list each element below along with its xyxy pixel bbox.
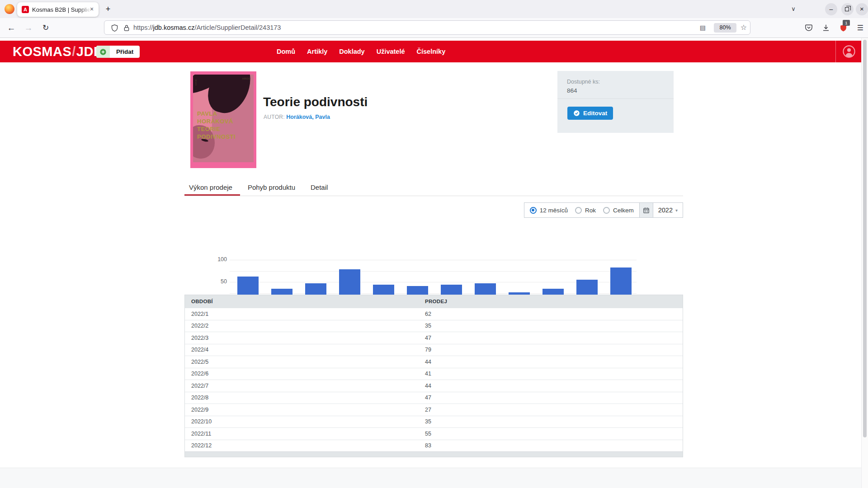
tab-title: Kosmas B2B | SupplierDe xyxy=(32,6,91,14)
browser-window: A Kosmas B2B | SupplierDe × + ∨ – × ← → … xyxy=(0,0,868,488)
tracking-shield-icon[interactable] xyxy=(111,24,118,32)
main-nav: DomůArtiklyDokladyUživateléČíselníky xyxy=(277,41,445,62)
column-header-obdobi: OBDOBÍ xyxy=(185,299,425,304)
cell-sales: 44 xyxy=(425,359,431,365)
cell-sales: 47 xyxy=(425,335,431,341)
table-row: 2022/479 xyxy=(185,344,683,356)
radio-label: Rok xyxy=(585,207,596,214)
radio-circle-icon xyxy=(603,207,610,214)
table-body: 2022/1622022/2352022/3472022/4792022/544… xyxy=(185,308,683,451)
zoom-level-badge[interactable]: 80% xyxy=(714,23,736,33)
table-header: OBDOBÍPRODEJ xyxy=(185,295,683,308)
sales-table: OBDOBÍPRODEJ 2022/1622022/2352022/347202… xyxy=(184,295,683,457)
ublock-extension-icon[interactable]: 1 xyxy=(837,22,849,34)
table-row: 2022/744 xyxy=(185,380,683,392)
table-row: 2022/1035 xyxy=(185,416,683,428)
tab-close-icon[interactable]: × xyxy=(88,5,96,14)
caret-down-icon: ▾ xyxy=(675,208,678,213)
lock-icon[interactable] xyxy=(123,24,130,32)
window-minimize-button[interactable]: – xyxy=(825,3,837,15)
scrollbar-thumb[interactable] xyxy=(863,40,867,437)
cell-sales: 47 xyxy=(425,394,431,401)
cover-spine-text: román xyxy=(194,79,197,85)
table-row: 2022/641 xyxy=(185,368,683,380)
card-divider xyxy=(557,99,674,99)
window-close-button[interactable]: × xyxy=(856,3,868,15)
table-row: 2022/1155 xyxy=(185,427,683,440)
radio-circle-icon xyxy=(530,207,537,214)
add-button-label: Přidat xyxy=(110,46,140,58)
radio-celkem[interactable]: Celkem xyxy=(603,207,634,214)
plus-circle-icon xyxy=(96,46,110,58)
firefox-view-icon[interactable] xyxy=(5,4,14,14)
cell-period: 2022/4 xyxy=(185,347,425,353)
user-account-icon[interactable] xyxy=(843,45,855,58)
book-cover-image: román ARGO PAVLA HORÁKOVÁ TEORIE PODIVNO… xyxy=(190,71,256,168)
list-tabs-icon[interactable]: ∨ xyxy=(788,4,799,15)
year-select[interactable]: 2022 ▾ xyxy=(653,203,683,217)
tab-detail[interactable]: Detail xyxy=(303,179,335,196)
forward-button[interactable]: → xyxy=(23,22,34,34)
url-text: https://jdb.kosmas.cz/Article/SupplierDe… xyxy=(133,24,281,31)
tab-pohyb-produktu[interactable]: Pohyb produktu xyxy=(240,179,303,196)
nav-item-uzivatele[interactable]: Uživatelé xyxy=(377,48,405,55)
cell-sales: 62 xyxy=(425,311,431,317)
cell-sales: 41 xyxy=(425,371,431,377)
cell-sales: 83 xyxy=(425,442,431,449)
downloads-icon[interactable] xyxy=(820,22,832,34)
year-value: 2022 xyxy=(658,206,673,214)
available-value: 864 xyxy=(567,87,577,94)
page-footer xyxy=(0,468,861,488)
menu-hamburger-icon[interactable]: ☰ xyxy=(854,22,866,34)
table-row: 2022/847 xyxy=(185,392,683,404)
window-maximize-button[interactable] xyxy=(841,3,854,15)
nav-item-artikly[interactable]: Artikly xyxy=(307,48,327,55)
reload-button[interactable]: ↻ xyxy=(40,22,52,34)
table-row: 2022/1283 xyxy=(185,440,683,452)
calendar-button[interactable] xyxy=(639,203,653,217)
nav-item-doklady[interactable]: Doklady xyxy=(339,48,364,55)
check-circle-icon xyxy=(573,110,580,117)
back-button[interactable]: ← xyxy=(5,22,17,34)
new-tab-button[interactable]: + xyxy=(102,4,114,15)
content-container: román ARGO PAVLA HORÁKOVÁ TEORIE PODIVNO… xyxy=(184,62,683,488)
edit-button[interactable]: Editovat xyxy=(567,107,613,120)
y-axis-label: 50 xyxy=(207,278,227,285)
tab-vykon-prodeje[interactable]: Výkon prodeje xyxy=(184,179,240,196)
browser-tab[interactable]: A Kosmas B2B | SupplierDe × xyxy=(17,2,99,17)
cell-sales: 35 xyxy=(425,323,431,329)
site-header: KOSMAS/JDB Přidat DomůArtiklyDokladyUživ… xyxy=(0,41,861,62)
reader-mode-icon[interactable]: ▤ xyxy=(700,24,706,31)
period-filter-bar: 12 měsícůRokCelkem 2022 ▾ xyxy=(524,202,683,218)
add-button[interactable]: Přidat xyxy=(96,46,140,58)
cell-sales: 55 xyxy=(425,431,431,437)
cell-sales: 44 xyxy=(425,383,431,389)
table-footer-strip xyxy=(185,451,683,457)
cell-sales: 35 xyxy=(425,418,431,425)
cell-period: 2022/10 xyxy=(185,418,425,425)
table-row: 2022/544 xyxy=(185,356,683,368)
cell-period: 2022/9 xyxy=(185,407,425,413)
table-row: 2022/162 xyxy=(185,308,683,320)
bookmark-star-icon[interactable]: ☆ xyxy=(741,23,747,32)
kosmas-logo[interactable]: KOSMAS/JDB xyxy=(13,44,103,59)
cell-sales: 27 xyxy=(425,407,431,413)
author-row: AUTOR: Horáková, Pavla xyxy=(264,114,330,120)
radio-rok[interactable]: Rok xyxy=(575,207,596,214)
table-row: 2022/927 xyxy=(185,404,683,416)
y-axis-label: 100 xyxy=(207,256,227,263)
nav-item-ciselniky[interactable]: Číselníky xyxy=(417,48,446,55)
browser-toolbar: ← → ↻ https://jdb.kosmas.cz/Article/Supp… xyxy=(0,18,868,38)
nav-item-domu[interactable]: Domů xyxy=(277,48,295,55)
cell-period: 2022/3 xyxy=(185,335,425,341)
cell-period: 2022/1 xyxy=(185,311,425,317)
url-bar[interactable]: https://jdb.kosmas.cz/Article/SupplierDe… xyxy=(104,20,750,35)
cover-title-text: PAVLA HORÁKOVÁ TEORIE PODIVNOSTI xyxy=(197,110,236,141)
author-link[interactable]: Horáková, Pavla xyxy=(286,114,330,120)
pocket-icon[interactable] xyxy=(803,22,815,34)
cell-period: 2022/12 xyxy=(185,442,425,449)
radio-12-mesicu[interactable]: 12 měsíců xyxy=(530,207,568,214)
book-cover-art: román ARGO PAVLA HORÁKOVÁ TEORIE PODIVNO… xyxy=(193,75,254,162)
browser-tab-bar: A Kosmas B2B | SupplierDe × + ∨ – × xyxy=(0,0,868,18)
extension-badge: 1 xyxy=(843,20,850,26)
